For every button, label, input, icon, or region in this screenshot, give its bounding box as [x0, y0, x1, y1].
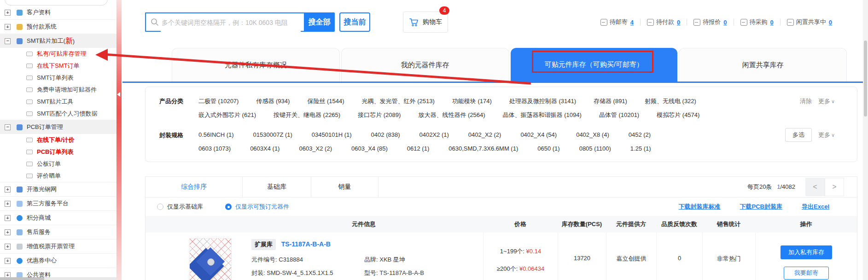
package-chip[interactable]: 0630,SMD,7.3X6.6MM (1)	[449, 145, 518, 152]
category-chip[interactable]: 嵌入式外围芯片 (621)	[198, 111, 256, 119]
sidebar-item[interactable]: − PCB订单管理	[0, 120, 117, 134]
sidebar-item[interactable]: 在线下单/计价	[0, 134, 117, 146]
expand-node-icon[interactable]: +	[5, 24, 11, 30]
sidebar-item[interactable]: 公板订单	[0, 158, 117, 170]
status-counter[interactable]: 待付款 0	[647, 18, 680, 26]
sidebar-item[interactable]: 在线下SMT订单	[0, 60, 117, 72]
package-more-button[interactable]: 更多∨	[818, 131, 835, 139]
tab-idle-shared-stock[interactable]: 闲置共享库存	[679, 48, 847, 82]
package-chip[interactable]: 0603_X2 (2)	[299, 145, 332, 152]
status-counter[interactable]: 闲置共享中 0	[787, 18, 832, 26]
cart-button[interactable]: 购物车	[403, 12, 448, 33]
category-chip[interactable]: 晶体管 (10201)	[599, 111, 639, 119]
download-footprint-standard-link[interactable]: 下载封装库标准	[679, 203, 721, 211]
sort-tab-comprehensive[interactable]: 综合排序	[146, 177, 243, 197]
sidebar-item[interactable]: + 第三方服务平台	[0, 196, 117, 210]
category-chip[interactable]: 存储器 (891)	[594, 97, 627, 105]
status-counter[interactable]: 待邮寄 4	[600, 18, 634, 26]
package-chip[interactable]: 0650 (1)	[537, 145, 559, 152]
search-input[interactable]	[161, 13, 301, 32]
package-chip[interactable]: 1.25 (1)	[630, 145, 651, 152]
package-chip[interactable]: 0402_X4 (54)	[520, 131, 557, 138]
package-chip[interactable]: 0402 (838)	[371, 131, 400, 138]
sidebar-item[interactable]: + 增值税票开票管理	[0, 239, 117, 253]
prev-page-button[interactable]: <	[805, 178, 825, 196]
sidebar-item[interactable]: SMT订单列表	[0, 72, 117, 84]
category-chip[interactable]: 接口芯片 (2089)	[358, 111, 401, 119]
page-info: 每页20条 1/4082	[747, 183, 795, 191]
clear-filters-button[interactable]: 清除	[800, 97, 812, 105]
counter-value[interactable]: 0	[677, 19, 680, 26]
search-all-button[interactable]: 搜全部	[304, 12, 335, 32]
package-chip[interactable]: 0402_X2 (2)	[468, 131, 501, 138]
export-excel-link[interactable]: 导出Excel	[802, 203, 829, 211]
package-chip[interactable]: 0402_X8 (4)	[576, 131, 609, 138]
part-number-link[interactable]: TS-1187A-B-A-B	[281, 240, 331, 248]
package-chip[interactable]: 0603X4 (1)	[250, 145, 280, 152]
sidebar-item[interactable]: + 开激光钢网	[0, 182, 117, 196]
collapse-node-icon[interactable]: −	[5, 38, 11, 44]
category-chip[interactable]: 保险丝 (1544)	[307, 97, 344, 105]
status-counter[interactable]: 待报价 0	[693, 18, 727, 26]
radio-only-orderable[interactable]: 仅显示可预订元器件	[225, 203, 289, 211]
category-chip[interactable]: 功能模块 (174)	[452, 97, 492, 105]
sidebar-item[interactable]: PCB订单列表	[0, 146, 117, 158]
procure-pending-icon	[740, 19, 747, 26]
sidebar-item[interactable]: SMT贴片工具	[0, 96, 117, 108]
category-chip[interactable]: 处理器及微控制器 (3141)	[509, 97, 576, 105]
package-chip[interactable]: 0402X2 (1)	[419, 131, 449, 138]
counter-value[interactable]: 0	[723, 19, 727, 26]
status-counter[interactable]: 待采购 0	[740, 18, 774, 26]
part-image[interactable]	[189, 238, 232, 280]
expand-node-icon[interactable]: +	[5, 244, 11, 250]
sidebar-item[interactable]: + 客户资料	[0, 6, 117, 19]
sidebar-item[interactable]: − SMT贴片加工( 新 )	[0, 34, 117, 48]
category-chip[interactable]: 光耦、发光管、红外 (2513)	[362, 97, 435, 105]
sort-tab-basic-library[interactable]: 基础库	[243, 177, 311, 197]
search-current-button[interactable]: 搜当前	[339, 12, 370, 32]
sidebar-horizontal-scrollbar[interactable]	[0, 277, 117, 280]
package-chip[interactable]: 0612 (1)	[407, 145, 429, 152]
category-chip[interactable]: 放大器、线性器件 (2564)	[418, 111, 485, 119]
sidebar-item[interactable]: 评价晒单	[0, 170, 117, 182]
expand-node-icon[interactable]: +	[5, 258, 11, 264]
package-chip[interactable]: 0805 (1100)	[579, 145, 611, 152]
package-chip[interactable]: 0.56INCH (1)	[198, 131, 234, 138]
category-chip[interactable]: 晶体、振荡器和谐振器 (1094)	[503, 111, 582, 119]
category-chip[interactable]: 二极管 (10207)	[198, 97, 239, 105]
request-mail-button[interactable]: 我要邮寄	[784, 267, 829, 280]
category-chip[interactable]: 模拟芯片 (4574)	[657, 111, 699, 119]
sort-tab-sales[interactable]: 销量	[311, 177, 379, 197]
page-vertical-scrollbar[interactable]	[863, 0, 868, 280]
category-chip[interactable]: 按键开关、继电器 (2265)	[274, 111, 340, 119]
package-chip[interactable]: 0452 (2)	[629, 131, 651, 138]
expand-node-icon[interactable]: +	[5, 229, 11, 235]
sidebar-item[interactable]: + 优惠券中心	[0, 253, 117, 268]
sidebar-item[interactable]: 免费申请增加可贴器件	[0, 84, 117, 96]
expand-node-icon[interactable]: +	[5, 201, 11, 207]
sidebar-item[interactable]: + 售后服务	[0, 225, 117, 239]
sidebar-item[interactable]: + 预付款系统	[0, 19, 117, 34]
collapse-node-icon[interactable]: −	[5, 124, 11, 130]
package-chip[interactable]: 0603_X4 (85)	[351, 145, 388, 152]
package-chip[interactable]: 01530007Z (1)	[253, 131, 292, 138]
multi-select-button[interactable]: 多选	[785, 128, 812, 142]
category-chip[interactable]: 射频、无线电 (322)	[645, 97, 696, 105]
next-page-button[interactable]: >	[825, 178, 844, 196]
counter-value[interactable]: 0	[829, 19, 832, 26]
expand-node-icon[interactable]: +	[5, 10, 11, 16]
counter-value[interactable]: 0	[770, 19, 774, 26]
counter-value[interactable]: 4	[630, 19, 634, 26]
radio-only-basic-library[interactable]: 仅显示基础库	[157, 203, 203, 211]
category-chip[interactable]: 传感器 (934)	[256, 97, 290, 105]
package-chip[interactable]: 03450101H (1)	[312, 131, 352, 138]
expand-node-icon[interactable]: +	[5, 215, 11, 221]
package-chip[interactable]: 0603 (1073)	[198, 145, 231, 152]
sidebar-item[interactable]: SMT匹配个人习惯数据	[0, 108, 117, 120]
expand-node-icon[interactable]: +	[5, 187, 11, 192]
sidebar-item[interactable]: + 积分商城	[0, 210, 117, 225]
sidebar-collapse-handle[interactable]	[117, 0, 122, 280]
add-to-private-stock-button[interactable]: 加入私有库存	[781, 245, 832, 259]
download-pcb-footprint-link[interactable]: 下载PCB封装库	[740, 203, 782, 211]
category-more-button[interactable]: 更多∨	[818, 97, 835, 105]
